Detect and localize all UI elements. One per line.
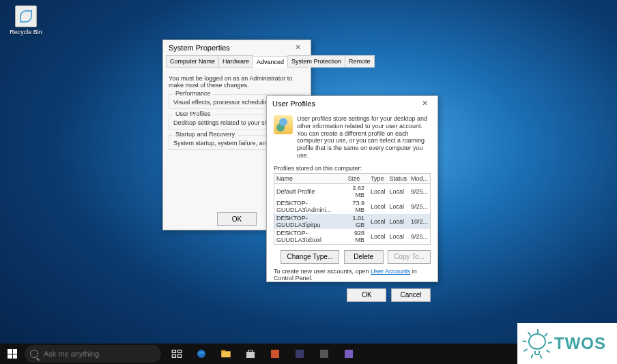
user-profiles-legend: User Profiles bbox=[173, 110, 213, 117]
user-profiles-titlebar[interactable]: User Profiles ✕ bbox=[267, 96, 437, 111]
copy-to-button[interactable]: Copy To... bbox=[388, 250, 431, 264]
col-status[interactable]: Status bbox=[387, 173, 409, 183]
intro-text: User profiles store settings for your de… bbox=[297, 115, 431, 160]
app-icon-1[interactable] bbox=[263, 344, 287, 364]
svg-rect-7 bbox=[246, 352, 255, 358]
tab-hardware[interactable]: Hardware bbox=[218, 55, 253, 67]
user-profiles-title: User Profiles bbox=[270, 100, 414, 108]
dialog-buttons: OK Cancel bbox=[274, 288, 431, 302]
svg-rect-10 bbox=[320, 350, 328, 358]
profiles-table[interactable]: Name Size Type Status Mod... Default Pro… bbox=[274, 173, 431, 245]
twos-logo: TWOS bbox=[517, 323, 617, 364]
svg-rect-11 bbox=[345, 350, 353, 358]
table-row[interactable]: DESKTOP-GUUDLA3\xboxl928 MBLocalLocal9/2… bbox=[274, 229, 431, 245]
table-label: Profiles stored on this computer: bbox=[274, 165, 431, 172]
svg-rect-8 bbox=[271, 350, 279, 358]
system-properties-title: System Properties bbox=[166, 44, 287, 52]
table-row[interactable]: Default Profile2.62 MBLocalLocal9/25... bbox=[274, 183, 431, 199]
taskbar-pinned bbox=[165, 344, 360, 364]
svg-rect-3 bbox=[178, 355, 182, 358]
sysprops-ok-button[interactable]: OK bbox=[217, 212, 257, 226]
user-accounts-link[interactable]: User Accounts bbox=[371, 268, 410, 275]
task-view-button[interactable] bbox=[165, 344, 188, 364]
profile-buttons-row: Change Type... Delete Copy To... bbox=[274, 250, 431, 264]
svg-rect-6 bbox=[221, 350, 225, 352]
search-input[interactable] bbox=[42, 349, 156, 359]
app-icon-3[interactable] bbox=[313, 344, 336, 364]
svg-rect-9 bbox=[296, 350, 304, 358]
profiles-ok-button[interactable]: OK bbox=[347, 288, 386, 302]
store-icon[interactable] bbox=[239, 344, 262, 364]
performance-legend: Performance bbox=[173, 90, 213, 97]
recycle-bin-label: Recycle Bin bbox=[5, 29, 46, 35]
tab-advanced[interactable]: Advanced bbox=[253, 56, 288, 68]
col-size[interactable]: Size bbox=[346, 173, 369, 183]
cortana-search[interactable] bbox=[25, 345, 161, 363]
file-explorer-icon[interactable] bbox=[214, 344, 238, 364]
user-profiles-dialog: User Profiles ✕ User profiles store sett… bbox=[266, 95, 438, 282]
intro-row: User profiles store settings for your de… bbox=[274, 115, 431, 160]
col-mod[interactable]: Mod... bbox=[409, 173, 431, 183]
windows-logo-icon bbox=[8, 349, 17, 359]
col-type[interactable]: Type bbox=[369, 173, 388, 183]
user-profiles-text: Desktop settings related to your sign-in bbox=[173, 119, 280, 126]
link-prefix: To create new user accounts, open bbox=[274, 268, 371, 275]
user-profiles-icon bbox=[274, 115, 293, 134]
svg-point-4 bbox=[197, 350, 205, 358]
tab-remote[interactable]: Remote bbox=[345, 55, 375, 67]
tab-system-protection[interactable]: System Protection bbox=[287, 55, 345, 67]
svg-rect-0 bbox=[172, 350, 175, 353]
search-icon bbox=[30, 350, 38, 358]
edge-icon[interactable] bbox=[190, 344, 213, 364]
app-icon-2[interactable] bbox=[288, 344, 311, 364]
admin-note: You must be logged on as an Administrato… bbox=[169, 75, 305, 89]
close-icon[interactable]: ✕ bbox=[287, 42, 308, 54]
tab-computer-name[interactable]: Computer Name bbox=[166, 55, 219, 67]
col-name[interactable]: Name bbox=[274, 173, 346, 183]
system-properties-titlebar[interactable]: System Properties ✕ bbox=[163, 40, 311, 55]
user-accounts-note: To create new user accounts, open User A… bbox=[274, 268, 431, 282]
system-properties-tabs: Computer Name Hardware Advanced System P… bbox=[166, 55, 308, 68]
change-type-button[interactable]: Change Type... bbox=[281, 250, 339, 264]
table-row[interactable]: DESKTOP-GUUDLA3\Admini...73.9 MBLocalLoc… bbox=[274, 199, 431, 214]
start-button[interactable] bbox=[0, 344, 25, 364]
startup-recovery-legend: Startup and Recovery bbox=[173, 131, 237, 138]
svg-rect-2 bbox=[172, 355, 175, 358]
recycle-bin-icon bbox=[15, 5, 37, 27]
twos-text: TWOS bbox=[554, 334, 606, 353]
delete-button[interactable]: Delete bbox=[344, 250, 384, 264]
app-icon-4[interactable] bbox=[337, 344, 360, 364]
table-header-row: Name Size Type Status Mod... bbox=[274, 173, 431, 183]
svg-rect-1 bbox=[178, 350, 182, 353]
close-icon[interactable]: ✕ bbox=[414, 97, 435, 110]
profiles-cancel-button[interactable]: Cancel bbox=[391, 288, 431, 302]
lightbulb-icon bbox=[524, 331, 550, 357]
table-row[interactable]: DESKTOP-GUUDLA3\pitpu1.01 GBLocalLocal10… bbox=[274, 214, 431, 229]
recycle-bin[interactable]: Recycle Bin bbox=[5, 5, 46, 35]
